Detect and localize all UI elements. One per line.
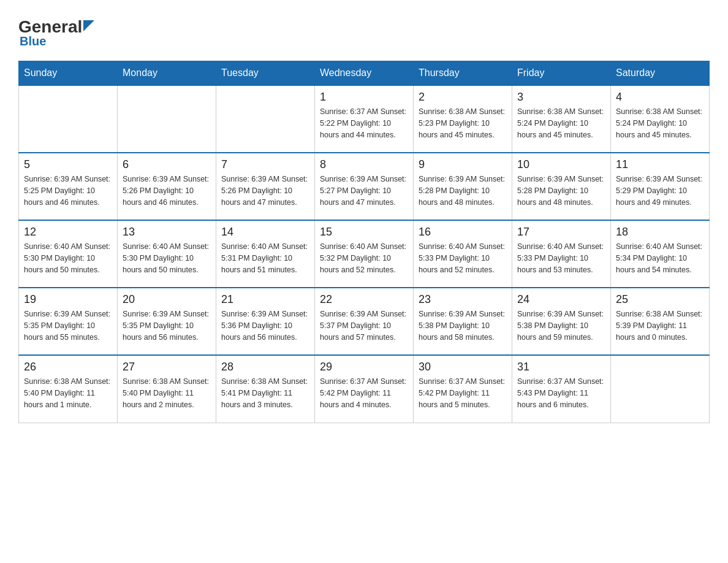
day-info: Sunrise: 6:39 AM Sunset: 5:38 PM Dayligh… — [419, 308, 507, 343]
calendar-cell: 28Sunrise: 6:38 AM Sunset: 5:41 PM Dayli… — [216, 355, 315, 423]
weekday-header-saturday: Saturday — [611, 61, 710, 86]
calendar-table: SundayMondayTuesdayWednesdayThursdayFrid… — [18, 61, 710, 423]
calendar-week-row: 1Sunrise: 6:37 AM Sunset: 5:22 PM Daylig… — [19, 85, 710, 153]
calendar-cell: 24Sunrise: 6:39 AM Sunset: 5:38 PM Dayli… — [512, 288, 611, 355]
weekday-header-thursday: Thursday — [414, 61, 512, 86]
day-number: 18 — [616, 226, 704, 239]
day-info: Sunrise: 6:39 AM Sunset: 5:26 PM Dayligh… — [221, 174, 309, 208]
day-number: 14 — [221, 226, 309, 239]
calendar-cell: 23Sunrise: 6:39 AM Sunset: 5:38 PM Dayli… — [414, 288, 512, 355]
calendar-cell: 1Sunrise: 6:37 AM Sunset: 5:22 PM Daylig… — [315, 85, 414, 153]
day-info: Sunrise: 6:40 AM Sunset: 5:33 PM Dayligh… — [517, 241, 605, 275]
weekday-header-sunday: Sunday — [19, 61, 118, 86]
day-info: Sunrise: 6:39 AM Sunset: 5:28 PM Dayligh… — [419, 174, 507, 208]
calendar-cell: 21Sunrise: 6:39 AM Sunset: 5:36 PM Dayli… — [216, 288, 315, 355]
day-number: 24 — [517, 293, 605, 306]
day-info: Sunrise: 6:38 AM Sunset: 5:40 PM Dayligh… — [24, 376, 112, 410]
day-number: 12 — [24, 226, 112, 239]
day-number: 13 — [123, 226, 211, 239]
calendar-cell: 15Sunrise: 6:40 AM Sunset: 5:32 PM Dayli… — [315, 220, 414, 288]
calendar-cell — [118, 85, 216, 153]
day-number: 8 — [320, 158, 408, 171]
calendar-cell: 16Sunrise: 6:40 AM Sunset: 5:33 PM Dayli… — [414, 220, 512, 288]
calendar-cell: 30Sunrise: 6:37 AM Sunset: 5:42 PM Dayli… — [414, 355, 512, 423]
day-number: 2 — [419, 91, 507, 104]
calendar-week-row: 26Sunrise: 6:38 AM Sunset: 5:40 PM Dayli… — [19, 355, 710, 423]
day-info: Sunrise: 6:40 AM Sunset: 5:34 PM Dayligh… — [616, 241, 704, 275]
day-number: 15 — [320, 226, 408, 239]
calendar-cell: 8Sunrise: 6:39 AM Sunset: 5:27 PM Daylig… — [315, 153, 414, 220]
calendar-cell: 3Sunrise: 6:38 AM Sunset: 5:24 PM Daylig… — [512, 85, 611, 153]
day-number: 29 — [320, 361, 408, 373]
day-number: 22 — [320, 293, 408, 306]
weekday-header-monday: Monday — [118, 61, 216, 86]
logo-blue-text: Blue — [18, 34, 46, 48]
day-number: 11 — [616, 158, 704, 171]
calendar-cell: 10Sunrise: 6:39 AM Sunset: 5:28 PM Dayli… — [512, 153, 611, 220]
day-number: 25 — [616, 293, 704, 306]
calendar-cell: 13Sunrise: 6:40 AM Sunset: 5:30 PM Dayli… — [118, 220, 216, 288]
day-number: 7 — [221, 158, 309, 171]
weekday-header-friday: Friday — [512, 61, 611, 86]
calendar-cell — [611, 355, 710, 423]
day-number: 16 — [419, 226, 507, 239]
logo: General Blue — [18, 18, 94, 48]
calendar-cell: 22Sunrise: 6:39 AM Sunset: 5:37 PM Dayli… — [315, 288, 414, 355]
calendar-cell: 7Sunrise: 6:39 AM Sunset: 5:26 PM Daylig… — [216, 153, 315, 220]
day-info: Sunrise: 6:37 AM Sunset: 5:42 PM Dayligh… — [419, 376, 507, 410]
day-number: 5 — [24, 158, 112, 171]
day-number: 31 — [517, 361, 605, 373]
day-info: Sunrise: 6:39 AM Sunset: 5:26 PM Dayligh… — [123, 174, 211, 208]
calendar-cell: 25Sunrise: 6:38 AM Sunset: 5:39 PM Dayli… — [611, 288, 710, 355]
day-info: Sunrise: 6:39 AM Sunset: 5:28 PM Dayligh… — [517, 174, 605, 208]
calendar-cell: 20Sunrise: 6:39 AM Sunset: 5:35 PM Dayli… — [118, 288, 216, 355]
day-info: Sunrise: 6:40 AM Sunset: 5:33 PM Dayligh… — [419, 241, 507, 275]
calendar-cell: 18Sunrise: 6:40 AM Sunset: 5:34 PM Dayli… — [611, 220, 710, 288]
day-number: 1 — [320, 91, 408, 104]
calendar-cell: 27Sunrise: 6:38 AM Sunset: 5:40 PM Dayli… — [118, 355, 216, 423]
calendar-cell: 31Sunrise: 6:37 AM Sunset: 5:43 PM Dayli… — [512, 355, 611, 423]
svg-marker-0 — [83, 20, 94, 31]
calendar-cell: 2Sunrise: 6:38 AM Sunset: 5:23 PM Daylig… — [414, 85, 512, 153]
day-info: Sunrise: 6:39 AM Sunset: 5:35 PM Dayligh… — [24, 308, 112, 343]
calendar-cell: 9Sunrise: 6:39 AM Sunset: 5:28 PM Daylig… — [414, 153, 512, 220]
calendar-cell: 5Sunrise: 6:39 AM Sunset: 5:25 PM Daylig… — [19, 153, 118, 220]
day-number: 19 — [24, 293, 112, 306]
calendar-cell: 11Sunrise: 6:39 AM Sunset: 5:29 PM Dayli… — [611, 153, 710, 220]
calendar-cell: 12Sunrise: 6:40 AM Sunset: 5:30 PM Dayli… — [19, 220, 118, 288]
calendar-cell — [216, 85, 315, 153]
day-info: Sunrise: 6:38 AM Sunset: 5:41 PM Dayligh… — [221, 376, 309, 410]
day-info: Sunrise: 6:39 AM Sunset: 5:36 PM Dayligh… — [221, 308, 309, 343]
day-number: 10 — [517, 158, 605, 171]
logo-general-text: General — [18, 18, 82, 36]
calendar-week-row: 12Sunrise: 6:40 AM Sunset: 5:30 PM Dayli… — [19, 220, 710, 288]
calendar-week-row: 19Sunrise: 6:39 AM Sunset: 5:35 PM Dayli… — [19, 288, 710, 355]
day-info: Sunrise: 6:38 AM Sunset: 5:39 PM Dayligh… — [616, 308, 704, 343]
day-info: Sunrise: 6:39 AM Sunset: 5:38 PM Dayligh… — [517, 308, 605, 343]
day-number: 21 — [221, 293, 309, 306]
day-info: Sunrise: 6:39 AM Sunset: 5:37 PM Dayligh… — [320, 308, 408, 343]
day-number: 9 — [419, 158, 507, 171]
day-info: Sunrise: 6:38 AM Sunset: 5:24 PM Dayligh… — [517, 106, 605, 140]
calendar-cell: 4Sunrise: 6:38 AM Sunset: 5:24 PM Daylig… — [611, 85, 710, 153]
day-info: Sunrise: 6:37 AM Sunset: 5:42 PM Dayligh… — [320, 376, 408, 410]
weekday-header-row: SundayMondayTuesdayWednesdayThursdayFrid… — [19, 61, 710, 86]
day-info: Sunrise: 6:39 AM Sunset: 5:27 PM Dayligh… — [320, 174, 408, 208]
day-number: 3 — [517, 91, 605, 104]
day-number: 30 — [419, 361, 507, 373]
day-info: Sunrise: 6:37 AM Sunset: 5:43 PM Dayligh… — [517, 376, 605, 410]
day-info: Sunrise: 6:40 AM Sunset: 5:31 PM Dayligh… — [221, 241, 309, 275]
day-info: Sunrise: 6:39 AM Sunset: 5:29 PM Dayligh… — [616, 174, 704, 208]
day-number: 6 — [123, 158, 211, 171]
calendar-cell: 29Sunrise: 6:37 AM Sunset: 5:42 PM Dayli… — [315, 355, 414, 423]
logo-triangle-icon — [83, 20, 94, 31]
day-info: Sunrise: 6:39 AM Sunset: 5:35 PM Dayligh… — [123, 308, 211, 343]
day-info: Sunrise: 6:38 AM Sunset: 5:24 PM Dayligh… — [616, 106, 704, 140]
day-number: 28 — [221, 361, 309, 373]
day-number: 20 — [123, 293, 211, 306]
calendar-cell: 26Sunrise: 6:38 AM Sunset: 5:40 PM Dayli… — [19, 355, 118, 423]
day-info: Sunrise: 6:38 AM Sunset: 5:23 PM Dayligh… — [419, 106, 507, 140]
day-number: 17 — [517, 226, 605, 239]
calendar-cell: 19Sunrise: 6:39 AM Sunset: 5:35 PM Dayli… — [19, 288, 118, 355]
day-info: Sunrise: 6:40 AM Sunset: 5:30 PM Dayligh… — [123, 241, 211, 275]
